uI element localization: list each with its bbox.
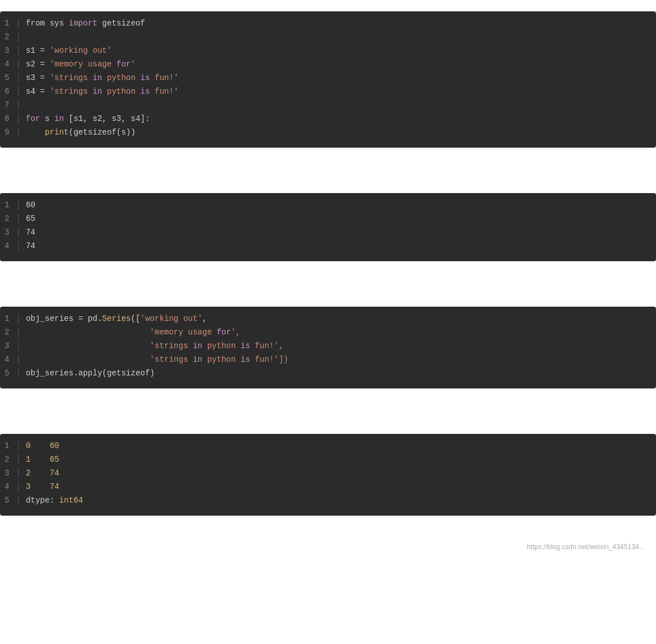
line-content: 3 74	[26, 482, 68, 491]
token-normal: obj_series = pd.	[26, 314, 102, 323]
token-str-val: 'strings	[150, 341, 193, 350]
code-line: 4 'strings in python is fun!'])	[0, 354, 656, 368]
line-content: 'memory usage for',	[26, 328, 249, 337]
line-content: obj_series.apply(getsizeof)	[26, 369, 164, 378]
token-normal: getsizeof	[97, 19, 145, 28]
line-number: 7	[0, 101, 19, 110]
line-number: 1	[0, 314, 19, 323]
code-line: 3s1 = 'working out'	[0, 45, 656, 59]
line-content: 65	[26, 214, 44, 223]
token-normal	[31, 482, 50, 491]
line-number: 1	[0, 200, 19, 210]
token-kw-is: is	[140, 87, 150, 96]
token-kw-int64: int64	[59, 496, 83, 505]
code-line: 265	[0, 214, 656, 227]
token-str-val: 'strings	[49, 87, 93, 96]
line-number: 4	[0, 241, 19, 250]
token-normal	[26, 355, 149, 364]
token-normal	[26, 328, 149, 337]
output-block-1: 160265374474	[0, 193, 656, 261]
token-out-val: 74	[49, 469, 59, 478]
token-normal: 60	[26, 200, 35, 210]
token-str-val: python	[202, 355, 240, 364]
token-str-val: ',	[231, 328, 241, 337]
token-normal: 74	[26, 241, 35, 250]
token-out-val: 65	[49, 455, 59, 464]
code-line: 5s3 = 'strings in python is fun!'	[0, 73, 656, 86]
token-normal	[31, 469, 50, 478]
code-line: 7	[0, 100, 656, 114]
line-number: 2	[0, 455, 19, 464]
line-number: 3	[0, 46, 19, 55]
token-str-val: python	[202, 341, 240, 350]
token-kw-in: in	[193, 355, 202, 364]
code-line: 5obj_series.apply(getsizeof)	[0, 368, 656, 382]
code-line: 43 74	[0, 482, 656, 495]
token-str-val: 'memory usage	[49, 60, 116, 69]
token-kw-in: in	[93, 73, 102, 82]
token-str-val: fun!',	[250, 341, 283, 350]
line-number: 5	[0, 73, 19, 82]
line-content: s3 = 'strings in python is fun!'	[26, 73, 187, 82]
line-number: 2	[0, 214, 19, 223]
token-out-val: 74	[49, 482, 59, 491]
token-out-index: 2	[26, 469, 30, 478]
code-line: 9 print(getsizeof(s))	[0, 127, 656, 141]
code-line: 374	[0, 227, 656, 241]
line-content: 0 60	[26, 441, 68, 450]
code-line: 1from sys import getsizeof	[0, 18, 656, 32]
line-content	[26, 101, 39, 110]
token-str-val: python	[102, 73, 140, 82]
token-normal	[26, 128, 45, 137]
code-line: 6s4 = 'strings in python is fun!'	[0, 86, 656, 100]
token-kw-dtype: dtype:	[26, 496, 59, 505]
token-str-val: 'working out'	[49, 46, 111, 55]
token-normal: s	[40, 114, 55, 123]
token-out-index: 0	[26, 441, 30, 450]
token-normal: 65	[26, 214, 35, 223]
line-number: 4	[0, 60, 19, 69]
line-number: 3	[0, 228, 19, 237]
token-str-val: python	[102, 87, 140, 96]
line-number: 1	[0, 441, 19, 450]
code-line: 32 74	[0, 468, 656, 482]
line-number: 2	[0, 328, 19, 337]
token-normal: (getsizeof(s))	[69, 128, 136, 137]
code-line: 160	[0, 200, 656, 214]
line-content: dtype: int64	[26, 496, 92, 505]
code-line: 5dtype: int64	[0, 495, 656, 509]
line-content: 74	[26, 241, 44, 250]
line-number: 4	[0, 482, 19, 491]
line-number: 6	[0, 87, 19, 96]
token-kw-is: is	[140, 73, 150, 82]
code-line: 2	[0, 32, 656, 45]
line-content: from sys import getsizeof	[26, 19, 154, 28]
code-line: 4s2 = 'memory usage for'	[0, 59, 656, 73]
line-number: 9	[0, 128, 19, 137]
code-line: 21 65	[0, 454, 656, 468]
token-out-index: 3	[26, 482, 30, 491]
token-out-index: 1	[26, 455, 30, 464]
token-str-val: fun!'])	[250, 355, 288, 364]
token-str-val: 'working out'	[140, 314, 202, 323]
line-content: s2 = 'memory usage for'	[26, 60, 144, 69]
line-content: 60	[26, 200, 44, 210]
token-kw-for: for	[216, 328, 231, 337]
token-kw-in: in	[93, 87, 102, 96]
token-normal: s2 =	[26, 60, 49, 69]
url-bar: https://blog.csdn.net/weixin_4345134...	[0, 538, 656, 553]
token-kw-for: for	[116, 60, 131, 69]
line-number: 5	[0, 496, 19, 505]
line-number: 3	[0, 341, 19, 350]
line-content: 74	[26, 228, 44, 237]
token-normal	[26, 341, 149, 350]
token-kw-is: is	[241, 341, 250, 350]
line-content: 'strings in python is fun!'])	[26, 355, 297, 364]
line-number: 5	[0, 369, 19, 378]
line-number: 1	[0, 19, 19, 28]
code-line: 8for s in [s1, s2, s3, s4]:	[0, 114, 656, 127]
line-content: for s in [s1, s2, s3, s4]:	[26, 114, 158, 123]
line-content	[26, 32, 39, 41]
token-kw-import: import	[69, 19, 97, 28]
token-str-val: 'strings	[150, 355, 193, 364]
